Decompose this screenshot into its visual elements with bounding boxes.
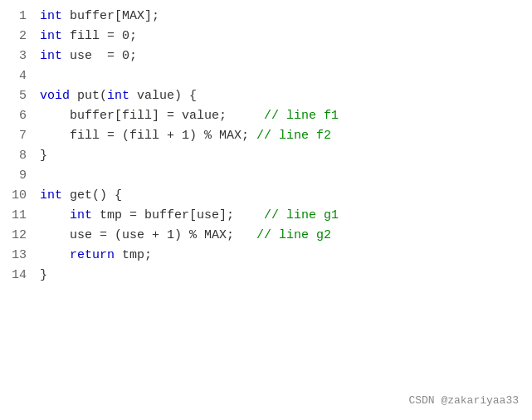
line-content: int buffer[MAX]; — [40, 7, 532, 27]
code-token: tmp; — [115, 248, 152, 262]
line-number: 6 — [0, 106, 40, 126]
code-token: use = 0; — [62, 49, 137, 63]
comment-token: // line f2 — [256, 129, 331, 143]
keyword-token: int — [40, 29, 62, 43]
code-line: 8} — [0, 146, 532, 166]
line-content: fill = (fill + 1) % MAX; // line f2 — [40, 126, 532, 146]
code-token: use = (use + 1) % MAX; — [40, 228, 256, 242]
keyword-token: return — [70, 248, 115, 262]
code-line: 2int fill = 0; — [0, 27, 532, 46]
keyword-token: int — [107, 89, 129, 103]
code-token: value) { — [129, 89, 197, 103]
code-line: 13 return tmp; — [0, 246, 532, 266]
code-token: buffer[fill] = value; — [40, 109, 264, 123]
comment-token: // line f1 — [264, 109, 339, 123]
code-line: 12 use = (use + 1) % MAX; // line g2 — [0, 226, 532, 246]
line-content: int get() { — [40, 186, 532, 206]
code-line: 7 fill = (fill + 1) % MAX; // line f2 — [0, 126, 532, 146]
code-token: put( — [70, 89, 107, 103]
code-token: tmp = buffer[use]; — [92, 208, 264, 222]
line-number: 5 — [0, 86, 40, 106]
code-block: 1int buffer[MAX];2int fill = 0;3int use … — [0, 0, 532, 420]
code-line: 6 buffer[fill] = value; // line f1 — [0, 106, 532, 126]
line-number: 2 — [0, 27, 40, 46]
line-content: int tmp = buffer[use]; // line g1 — [40, 206, 532, 226]
code-line: 9 — [0, 166, 532, 186]
code-token: get() { — [62, 188, 122, 203]
code-line: 14} — [0, 266, 532, 286]
code-line: 11 int tmp = buffer[use]; // line g1 — [0, 206, 532, 226]
keyword-token: int — [40, 9, 62, 23]
comment-token: // line g1 — [264, 208, 339, 222]
line-number: 3 — [0, 46, 40, 66]
line-number: 12 — [0, 226, 40, 246]
line-number: 8 — [0, 146, 40, 166]
code-line: 1int buffer[MAX]; — [0, 7, 532, 27]
line-number: 7 — [0, 126, 40, 146]
keyword-token: int — [70, 208, 92, 222]
line-number: 4 — [0, 66, 40, 86]
code-token: fill = (fill + 1) % MAX; — [40, 129, 256, 143]
code-token: } — [40, 268, 47, 282]
code-token — [40, 208, 70, 222]
line-content: use = (use + 1) % MAX; // line g2 — [40, 226, 532, 246]
line-content: int use = 0; — [40, 46, 532, 66]
code-line: 5void put(int value) { — [0, 86, 532, 106]
line-content: buffer[fill] = value; // line f1 — [40, 106, 532, 126]
code-line: 10int get() { — [0, 186, 532, 206]
keyword-token: int — [40, 188, 62, 203]
keyword-token: void — [40, 89, 70, 103]
code-token: } — [40, 149, 47, 163]
watermark: CSDN @zakariyaa33 — [408, 393, 519, 410]
line-number: 14 — [0, 266, 40, 286]
comment-token: // line g2 — [256, 228, 331, 242]
line-content: int fill = 0; — [40, 27, 532, 46]
code-token: buffer[MAX]; — [62, 9, 159, 23]
line-number: 11 — [0, 206, 40, 226]
line-number: 9 — [0, 166, 40, 186]
line-number: 13 — [0, 246, 40, 266]
line-number: 1 — [0, 7, 40, 27]
keyword-token: int — [40, 49, 62, 63]
code-token: fill = 0; — [62, 29, 137, 43]
line-content: } — [40, 146, 532, 166]
code-token — [40, 248, 70, 262]
line-number: 10 — [0, 186, 40, 206]
code-line: 4 — [0, 66, 532, 86]
code-line: 3int use = 0; — [0, 46, 532, 66]
line-content: void put(int value) { — [40, 86, 532, 106]
line-content: } — [40, 266, 532, 286]
line-content: return tmp; — [40, 246, 532, 266]
